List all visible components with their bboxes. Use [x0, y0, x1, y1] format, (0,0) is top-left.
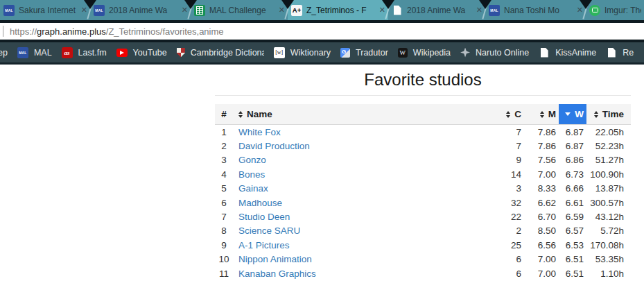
mal-icon: [3, 5, 15, 16]
browser-tab[interactable]: Z_Tetriminos - F: [288, 0, 388, 20]
bookmark-item[interactable]: Cambridge Dictionar: [177, 48, 264, 58]
name-cell: Madhouse: [233, 198, 489, 208]
studio-link[interactable]: Nippon Animation: [238, 254, 312, 264]
m-cell: 7.00: [524, 269, 559, 279]
time-cell: 53.35h: [586, 254, 631, 264]
table-row: 10 Nippon Animation 6 7.00 6.51 53.35h: [215, 253, 631, 266]
bookmark-item[interactable]: Last.fm: [62, 47, 107, 58]
bookmark-item[interactable]: YouTube: [116, 48, 167, 58]
c-cell: 6: [489, 269, 524, 279]
browser-tab[interactable]: Nana Toshi Mo: [485, 0, 586, 20]
bookmark-item[interactable]: Re: [606, 47, 634, 58]
tab-title: MAL Challenge: [209, 6, 275, 15]
studio-link[interactable]: Gonzo: [238, 155, 266, 165]
studio-link[interactable]: Bones: [238, 169, 265, 180]
name-cell: Gonzo: [233, 155, 489, 165]
column-header-name[interactable]: Name: [233, 104, 489, 124]
bookmark-item[interactable]: Wikipedia: [398, 48, 451, 58]
studio-link[interactable]: Kanaban Graphics: [238, 269, 316, 279]
w-cell: 6.51: [559, 269, 586, 279]
bookmark-item[interactable]: ep: [0, 48, 8, 58]
column-header-c[interactable]: C: [489, 104, 524, 124]
w-cell: 6.61: [559, 198, 586, 208]
studio-link[interactable]: Science SARU: [238, 225, 300, 236]
m-cell: 6.62: [524, 198, 559, 208]
url-path: /Z_Tetriminos/favorites,anime: [106, 26, 224, 37]
studio-link[interactable]: A-1 Pictures: [238, 240, 290, 250]
bookmark-label: Last.fm: [78, 48, 107, 58]
tab-notch-decoration: [281, 0, 294, 9]
browser-tab[interactable]: 2018 Anime Wa: [90, 0, 191, 20]
name-cell: David Production: [233, 141, 489, 151]
table-row: 3 Gonzo 9 7.56 6.86 51.27h: [215, 153, 631, 167]
c-cell: 6: [489, 254, 524, 264]
c-cell: 25: [489, 240, 524, 250]
browser-tab[interactable]: 2018 Anime Wa: [388, 0, 485, 20]
bookmark-label: ep: [0, 48, 8, 58]
c-cell: 32: [489, 198, 524, 208]
column-header-w-sorted[interactable]: W: [559, 104, 586, 124]
time-cell: 13.87h: [586, 183, 631, 194]
bookmark-item[interactable]: Naruto Online: [460, 48, 529, 58]
tab-notch-decoration: [479, 0, 491, 9]
browser-tab[interactable]: Sakura Internet: [0, 0, 90, 20]
table-row: 5 Gainax 3 8.33 6.66 13.87h: [215, 182, 631, 196]
wiktionary-icon: [274, 47, 285, 58]
url-scheme: https://: [10, 26, 37, 37]
w-cell: 6.66: [559, 183, 586, 194]
tab-title: Z_Tetriminos - F: [306, 6, 375, 15]
table-row: 11 Kanaban Graphics 6 7.00 6.51 1.10h: [215, 266, 631, 280]
mal-icon: [17, 47, 28, 58]
column-header-m[interactable]: M: [524, 104, 559, 124]
table-row: 9 A-1 Pictures 25 6.56 6.53 170.08h: [215, 238, 631, 252]
w-cell: 6.51: [559, 254, 586, 264]
cambridge-icon: [177, 48, 185, 58]
table-row: 8 Science SARU 2 8.50 6.57 5.72h: [215, 224, 631, 238]
browser-tab[interactable]: MAL Challenge: [191, 0, 288, 20]
m-cell: 8.50: [524, 225, 559, 236]
table-body: 1 White Fox 7 7.86 6.87 22.05h 2 David P…: [215, 125, 631, 280]
bookmark-item[interactable]: Wiktionary: [274, 47, 331, 58]
navigation-bar: https://graph.anime.plus/Z_Tetriminos/fa…: [0, 20, 644, 42]
bookmark-item[interactable]: MAL: [17, 47, 52, 58]
tab-notch-decoration: [580, 0, 592, 9]
page-title: Favorite studios: [215, 69, 631, 90]
rank-cell: 11: [215, 269, 233, 279]
table-row: 6 Madhouse 32 6.62 6.61 300.57h: [215, 196, 631, 210]
m-cell: 7.00: [524, 169, 559, 180]
studio-link[interactable]: David Production: [238, 141, 310, 151]
name-cell: Gainax: [233, 183, 489, 194]
bookmark-item[interactable]: KissAnime: [539, 47, 596, 58]
tab-notch-decoration: [382, 0, 394, 9]
bookmark-label: Cambridge Dictionar: [191, 48, 264, 58]
tab-title: 2018 Anime Wa: [407, 6, 472, 15]
time-cell: 22.05h: [586, 127, 631, 137]
url-bar[interactable]: https://graph.anime.plus/Z_Tetriminos/fa…: [0, 23, 644, 40]
rank-cell: 8: [215, 225, 233, 236]
sort-descending-icon: [565, 112, 571, 116]
tab-title: Imgur: The: [604, 6, 641, 15]
time-cell: 43.12h: [586, 212, 631, 222]
studio-link[interactable]: Gainax: [238, 183, 268, 194]
rank-cell: 6: [215, 198, 233, 208]
bookmark-item[interactable]: Tradutor: [340, 48, 388, 58]
studio-link[interactable]: Madhouse: [238, 198, 282, 208]
youtube-icon: [116, 49, 128, 57]
m-cell: 7.86: [524, 141, 559, 151]
w-cell: 6.87: [559, 127, 586, 137]
sort-icon: [506, 111, 510, 118]
column-header-rank[interactable]: #: [215, 104, 233, 124]
rank-cell: 1: [215, 127, 233, 137]
browser-tab[interactable]: Imgur: The: [586, 0, 644, 20]
column-header-time[interactable]: Time: [586, 104, 631, 124]
tab-title: Sakura Internet: [19, 6, 77, 15]
studio-link[interactable]: White Fox: [238, 127, 281, 137]
name-cell: Nippon Animation: [233, 254, 489, 264]
page-content: Favorite studios # Name C M W Time: [215, 62, 631, 280]
bookmark-label: MAL: [34, 48, 52, 58]
m-cell: 7.56: [524, 155, 559, 165]
divider: [215, 95, 631, 96]
studio-link[interactable]: Studio Deen: [238, 212, 290, 222]
tab-notch-decoration: [84, 0, 96, 9]
name-cell: Bones: [233, 169, 489, 180]
